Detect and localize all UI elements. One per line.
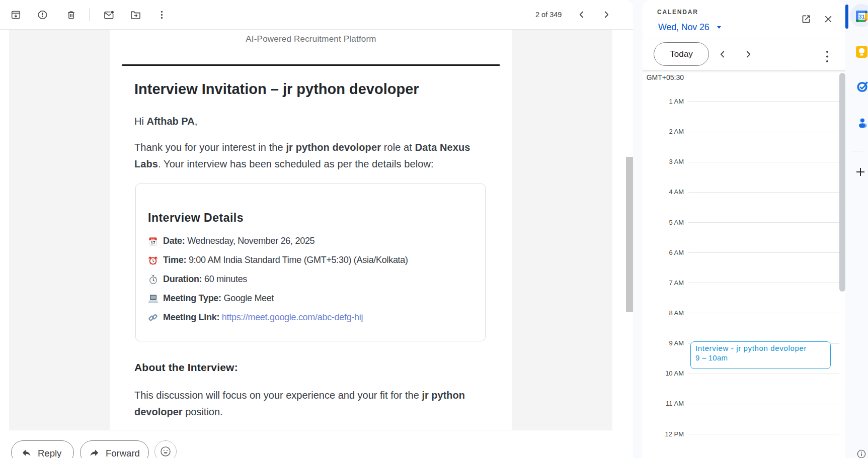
svg-text:July: July [151, 238, 154, 240]
svg-text:17: 17 [150, 241, 155, 245]
svg-text:31: 31 [858, 14, 864, 20]
